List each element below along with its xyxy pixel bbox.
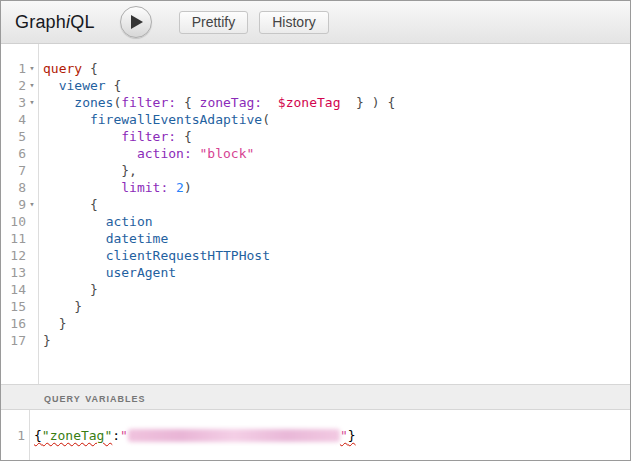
gutter-row: 15 (1, 298, 38, 315)
line-number: 9 (1, 196, 26, 213)
fold-spacer (26, 162, 38, 179)
gutter-row: 1▾ (1, 60, 38, 77)
line-number: 3 (1, 94, 26, 111)
code-token (43, 112, 90, 127)
query-code[interactable]: query { viewer { zones(filter: { zoneTag… (39, 44, 630, 384)
code-token (43, 146, 137, 161)
fold-spacer (26, 247, 38, 264)
query-variables-bar[interactable]: Query Variables (1, 384, 630, 410)
code-token: } (43, 333, 51, 348)
execute-query-button[interactable] (120, 6, 152, 38)
gutter-row: 16 (1, 315, 38, 332)
toolbar: GraphiQL Prettify History (1, 1, 630, 44)
code-token: ( (262, 112, 270, 127)
code-token: { (43, 197, 98, 212)
code-token: "block" (200, 146, 255, 161)
fold-arrow-icon[interactable]: ▾ (26, 94, 38, 111)
code-token: filter: (121, 129, 176, 144)
line-number: 12 (1, 247, 26, 264)
code-line: viewer { (43, 77, 630, 94)
code-line: filter: { (43, 128, 630, 145)
code-token: { (176, 95, 199, 110)
code-token: { (176, 129, 192, 144)
fold-arrow-icon[interactable]: ▾ (26, 60, 38, 77)
code-line: zones(filter: { zoneTag: $zoneTag } ) { (43, 94, 630, 111)
code-token: firewallEventsAdaptive (90, 112, 262, 127)
line-number: 4 (1, 111, 26, 128)
code-line: firewallEventsAdaptive( (43, 111, 630, 128)
line-number: 5 (1, 128, 26, 145)
code-line: { (43, 196, 630, 213)
gutter-row: 5 (1, 128, 38, 145)
gutter-row: 10 (1, 213, 38, 230)
line-number: 16 (1, 315, 26, 332)
code-token: { (82, 61, 98, 76)
code-token: action: (137, 146, 192, 161)
fold-spacer (26, 111, 38, 128)
code-token: zoneTag: (200, 95, 263, 110)
code-token: clientRequestHTTPHost (106, 248, 270, 263)
fold-spacer (26, 230, 38, 247)
code-token: } (43, 299, 82, 314)
code-token: " (120, 428, 128, 443)
line-number: 2 (1, 77, 26, 94)
graphiql-window: GraphiQL Prettify History 1▾2▾3▾456789▾1… (0, 0, 631, 461)
history-button[interactable]: History (259, 11, 329, 34)
query-editor[interactable]: 1▾2▾3▾456789▾1011121314151617 query { vi… (1, 44, 630, 384)
code-token (43, 231, 106, 246)
code-line: query { (43, 60, 630, 77)
line-number-gutter: 1▾2▾3▾456789▾1011121314151617 (1, 44, 39, 384)
code-token (262, 95, 278, 110)
code-token: }, (43, 163, 137, 178)
code-line: datetime (43, 230, 630, 247)
code-token (43, 214, 106, 229)
fold-arrow-icon[interactable]: ▾ (26, 77, 38, 94)
code-line: action: "block" (43, 145, 630, 162)
gutter-row: 4 (1, 111, 38, 128)
code-line: clientRequestHTTPHost (43, 247, 630, 264)
line-number: 10 (1, 213, 26, 230)
fold-spacer (26, 264, 38, 281)
code-token: { (106, 78, 122, 93)
play-icon (128, 15, 143, 29)
gutter-row: 3▾ (1, 94, 38, 111)
variables-gutter: 1 (1, 410, 30, 460)
code-token: userAgent (106, 265, 176, 280)
fold-spacer (26, 298, 38, 315)
code-token: $zoneTag (278, 95, 341, 110)
logo-part-ql: QL (70, 12, 94, 32)
variables-editor[interactable]: 1 {"zoneTag":""} (1, 410, 630, 460)
code-token (168, 180, 176, 195)
line-number: 7 (1, 162, 26, 179)
fold-spacer (26, 332, 38, 349)
code-token: limit: (121, 180, 168, 195)
code-token: } (43, 282, 98, 297)
code-line: }, (43, 162, 630, 179)
prettify-button[interactable]: Prettify (179, 11, 249, 34)
line-number: 1 (1, 60, 26, 77)
code-token: " (340, 428, 348, 443)
code-line: } (43, 315, 630, 332)
variables-code[interactable]: {"zoneTag":""} (30, 410, 630, 460)
fold-arrow-icon[interactable]: ▾ (26, 196, 38, 213)
fold-spacer (26, 179, 38, 196)
fold-spacer (26, 145, 38, 162)
fold-spacer (26, 281, 38, 298)
code-token: action (106, 214, 153, 229)
line-number: 17 (1, 332, 26, 349)
code-line: limit: 2) (43, 179, 630, 196)
line-number: 11 (1, 230, 26, 247)
code-token (43, 95, 74, 110)
gutter-row: 17 (1, 332, 38, 349)
fold-spacer (26, 315, 38, 332)
gutter-row: 13 (1, 264, 38, 281)
redacted-value (128, 429, 340, 442)
code-token: query (43, 61, 82, 76)
code-line: } (43, 298, 630, 315)
code-token (43, 129, 121, 144)
line-number: 14 (1, 281, 26, 298)
gutter-row: 6 (1, 145, 38, 162)
code-token (43, 78, 59, 93)
gutter-row: 11 (1, 230, 38, 247)
code-line: userAgent (43, 264, 630, 281)
